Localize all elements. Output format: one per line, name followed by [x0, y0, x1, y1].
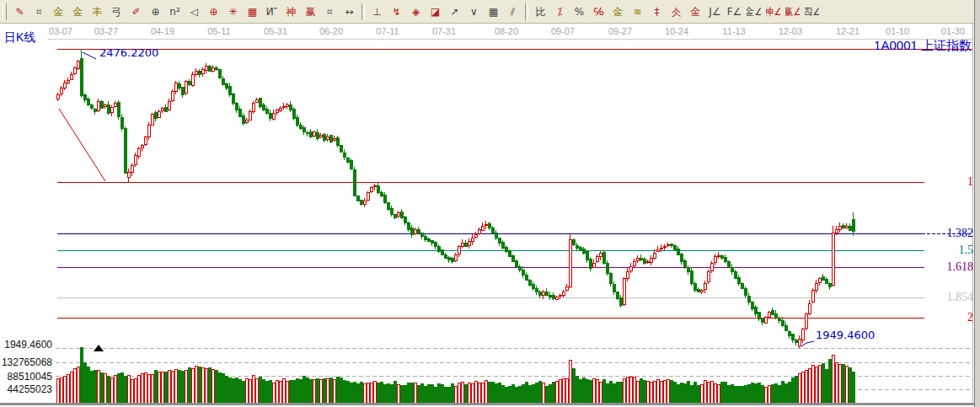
golden-level-label: 2 — [923, 312, 973, 324]
axis-date-label: 01-10 — [879, 26, 916, 36]
axis-date-label: 09-07 — [544, 26, 581, 36]
axis-date-label: 12-03 — [772, 26, 809, 36]
candles-layer — [56, 49, 854, 348]
axis-date-label: 12-21 — [829, 26, 866, 36]
volume-scale-label: 44255023 — [0, 383, 52, 395]
axis-date-label: 05-11 — [201, 26, 238, 36]
axis-date-label: 08-20 — [488, 26, 525, 36]
axis-date-label: 05-31 — [257, 26, 294, 36]
axis-date-label: 03-27 — [88, 26, 125, 36]
triangle-marker[interactable] — [94, 345, 104, 351]
trough-price-annotation[interactable]: 1949.4600 — [816, 329, 875, 341]
axis-date-label: 10-24 — [658, 26, 695, 36]
golden-level-label: 1.854 — [923, 292, 973, 303]
peak-price-annotation[interactable]: 2476.2200 — [99, 46, 158, 59]
golden-level-label: 1.382 — [923, 228, 973, 239]
golden-level-label: 1.5 — [923, 244, 973, 256]
axis-date-label: 01-30 — [934, 26, 972, 36]
chart-canvas[interactable] — [0, 0, 980, 407]
volume-layer — [56, 347, 854, 403]
pane-divider[interactable] — [0, 403, 980, 405]
volume-scale-label: 88510045 — [0, 371, 52, 383]
window-right-border — [974, 0, 980, 407]
axis-date-label: 09-27 — [602, 26, 639, 36]
axis-date-label: 04-19 — [144, 26, 181, 36]
axis-date-label: 07-11 — [369, 26, 406, 36]
symbol-title: 1A0001 上证指数 — [874, 38, 972, 54]
golden-level-label: 1 — [923, 176, 973, 188]
axis-date-label: 11-13 — [715, 26, 752, 36]
period-label[interactable]: 日K线 — [4, 30, 35, 46]
axis-date-label: 06-20 — [313, 26, 350, 36]
golden-level-label: 1.618 — [923, 261, 973, 273]
volume-scale-label: 1949.4600 — [0, 339, 52, 351]
axis-date-label: 07-31 — [426, 26, 463, 36]
axis-date-label: 03-07 — [42, 26, 79, 36]
volume-scale-label: 132765068 — [0, 356, 52, 368]
